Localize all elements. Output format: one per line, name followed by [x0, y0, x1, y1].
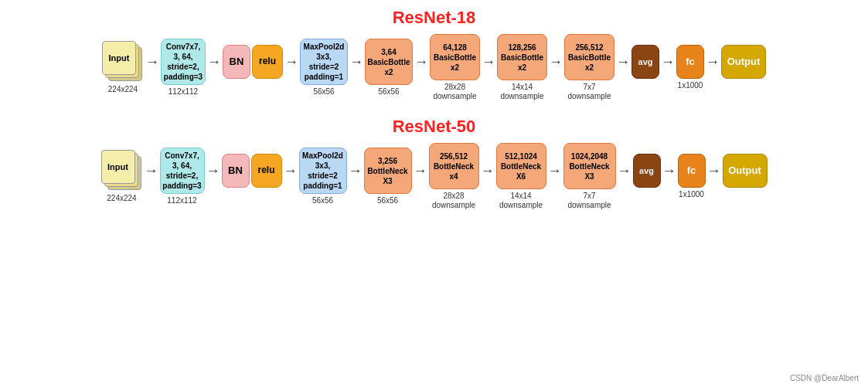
- resnet18-avg-box: avg: [631, 45, 659, 79]
- arrow9: →: [661, 55, 675, 81]
- resnet18-basic2-node: 64,128BasicBottlex2 28x28downsample: [430, 34, 480, 101]
- resnet18-bn-sublabel: [236, 81, 238, 90]
- arrow50-10: →: [707, 164, 721, 190]
- resnet50-input-stack: Input: [101, 150, 143, 192]
- resnet18-basic4-box: 256,512BasicBottlex2: [564, 34, 614, 80]
- diagram-container: ResNet-18 Input 224x224 → Conv7x7,3, 64,…: [0, 0, 868, 387]
- arrow50-8: →: [618, 164, 631, 190]
- resnet18-relu-node: relu: [252, 45, 283, 90]
- resnet18-basic1-sublabel: 56x56: [378, 87, 399, 97]
- resnet18-basic4-node: 256,512BasicBottlex2 7x7downsample: [564, 34, 614, 101]
- input-page-front: Input: [102, 41, 136, 75]
- resnet18-basic2-sublabel: 28x28downsample: [433, 83, 476, 101]
- resnet50-fc-box: fc: [678, 154, 706, 188]
- arrow50-9: →: [662, 164, 676, 190]
- resnet50-output-box: Output: [723, 154, 768, 188]
- resnet18-section: ResNet-18 Input 224x224 → Conv7x7,3, 64,…: [15, 8, 853, 101]
- resnet50-input-sublabel: 224x224: [107, 194, 136, 203]
- arrow2: →: [207, 55, 221, 81]
- resnet18-basic1-box: 3,64BasicBottlex2: [365, 39, 413, 85]
- arrow50-7: →: [548, 164, 562, 190]
- resnet18-basic2-box: 64,128BasicBottlex2: [430, 34, 480, 80]
- resnet50-input-node: Input 224x224: [101, 150, 143, 203]
- resnet50-bn1-sublabel: 56x56: [377, 196, 398, 205]
- resnet50-bn3-box: 512,1024BottleNeckX6: [496, 143, 546, 189]
- arrow50-6: →: [481, 164, 495, 190]
- resnet18-output-node: Output: [721, 45, 766, 90]
- resnet50-bn2-node: 256,512BottleNeckx4 28x28downsample: [429, 143, 479, 210]
- resnet18-input-sublabel: 224x224: [108, 85, 138, 94]
- resnet50-bn2-box: 256,512BottleNeckx4: [429, 143, 479, 189]
- resnet18-maxpool-sublabel: 56x56: [313, 87, 334, 97]
- arrow7: →: [549, 55, 563, 81]
- resnet18-title: ResNet-18: [15, 8, 853, 28]
- resnet18-basic3-node: 128,256BasicBottlex2 14x14downsample: [497, 34, 547, 101]
- resnet18-basic3-sublabel: 14x14downsample: [500, 83, 543, 101]
- arrow50-1: →: [145, 164, 158, 190]
- arrow50-2: →: [206, 164, 220, 190]
- resnet18-row: Input 224x224 → Conv7x7,3, 64,stride=2,p…: [15, 34, 853, 101]
- arrow4: →: [349, 55, 363, 81]
- resnet50-bn1-box: 3,256BottleNeckX3: [364, 148, 412, 194]
- resnet50-bn4-node: 1024,2048BottleNeckX3 7x7downsample: [563, 143, 616, 210]
- resnet18-maxpool-node: MaxPool2d3x3,stride=2padding=1 56x56: [300, 39, 348, 97]
- resnet50-conv-sublabel: 112x112: [167, 196, 196, 205]
- resnet18-maxpool-box: MaxPool2d3x3,stride=2padding=1: [300, 39, 348, 85]
- resnet50-conv-box: Conv7x7,3, 64,stride=2,padding=3: [160, 148, 205, 194]
- resnet18-relu-sublabel: [267, 81, 269, 90]
- arrow3: →: [284, 55, 298, 81]
- resnet18-bn-box: BN: [223, 45, 250, 79]
- resnet50-maxpool-node: MaxPool2d3x3,stride=2padding=1 56x56: [299, 148, 347, 205]
- resnet50-section: ResNet-50 Input 224x224 → Conv7x7,3, 64,…: [15, 117, 853, 210]
- resnet50-bn-sublabel: [234, 190, 237, 199]
- resnet50-bn1-node: 3,256BottleNeckX3 56x56: [364, 148, 412, 205]
- resnet18-conv-node: Conv7x7,3, 64,stride=2,padding=3 112x112: [161, 39, 206, 97]
- resnet50-bn3-sublabel: 14x14downsample: [499, 192, 543, 210]
- resnet18-fc-box: fc: [676, 45, 704, 79]
- input50-label: Input: [107, 162, 128, 171]
- arrow6: →: [482, 55, 495, 81]
- resnet50-bn2-sublabel: 28x28downsample: [432, 192, 475, 210]
- resnet50-avg-node: avg: [633, 154, 661, 199]
- resnet18-input-stack: Input: [102, 41, 144, 83]
- resnet50-maxpool-sublabel: 56x56: [312, 196, 333, 205]
- resnet18-basic1-node: 3,64BasicBottlex2 56x56: [365, 39, 413, 97]
- resnet50-relu-box: relu: [251, 154, 282, 188]
- resnet18-output-box: Output: [721, 45, 766, 79]
- resnet18-conv-sublabel: 112x112: [168, 87, 198, 97]
- resnet50-fc-sublabel: 1x1000: [679, 190, 704, 199]
- resnet50-relu-node: relu: [251, 154, 282, 199]
- input50-page-front: Input: [101, 150, 135, 184]
- resnet18-bn-node: BN: [223, 45, 250, 90]
- resnet50-avg-box: avg: [633, 154, 661, 188]
- resnet50-conv-node: Conv7x7,3, 64,stride=2,padding=3 112x112: [160, 148, 205, 205]
- resnet18-avg-node: avg: [631, 45, 659, 90]
- arrow50-4: →: [349, 164, 363, 190]
- resnet18-output-sublabel: [743, 81, 745, 90]
- arrow10: →: [706, 55, 720, 81]
- resnet50-bn-box: BN: [222, 154, 250, 188]
- arrow50-5: →: [414, 164, 427, 190]
- resnet50-row: Input 224x224 → Conv7x7,3, 64,stride=2,p…: [15, 143, 853, 210]
- arrow50-3: →: [284, 164, 298, 190]
- resnet50-fc-node: fc 1x1000: [678, 154, 706, 199]
- resnet18-input-node: Input 224x224: [102, 41, 144, 94]
- resnet50-relu-sublabel: [265, 190, 267, 199]
- resnet50-bn4-box: 1024,2048BottleNeckX3: [563, 143, 616, 189]
- watermark: CSDN @DearAlbert: [790, 374, 859, 382]
- resnet50-output-sublabel: [744, 190, 746, 199]
- resnet18-basic3-box: 128,256BasicBottlex2: [497, 34, 547, 80]
- resnet50-bn3-node: 512,1024BottleNeckX6 14x14downsample: [496, 143, 546, 210]
- arrow8: →: [616, 55, 630, 81]
- resnet50-bn-node: BN: [222, 154, 250, 199]
- resnet18-fc-node: fc 1x1000: [676, 45, 704, 90]
- resnet18-relu-box: relu: [252, 45, 283, 79]
- resnet50-output-node: Output: [723, 154, 768, 199]
- resnet50-maxpool-box: MaxPool2d3x3,stride=2padding=1: [299, 148, 347, 194]
- resnet50-title: ResNet-50: [15, 117, 853, 137]
- resnet18-avg-sublabel: [645, 81, 647, 90]
- resnet18-basic4-sublabel: 7x7downsample: [567, 83, 611, 101]
- arrow5: →: [414, 55, 428, 81]
- resnet18-fc-sublabel: 1x1000: [678, 81, 703, 90]
- resnet18-conv-box: Conv7x7,3, 64,stride=2,padding=3: [161, 39, 206, 85]
